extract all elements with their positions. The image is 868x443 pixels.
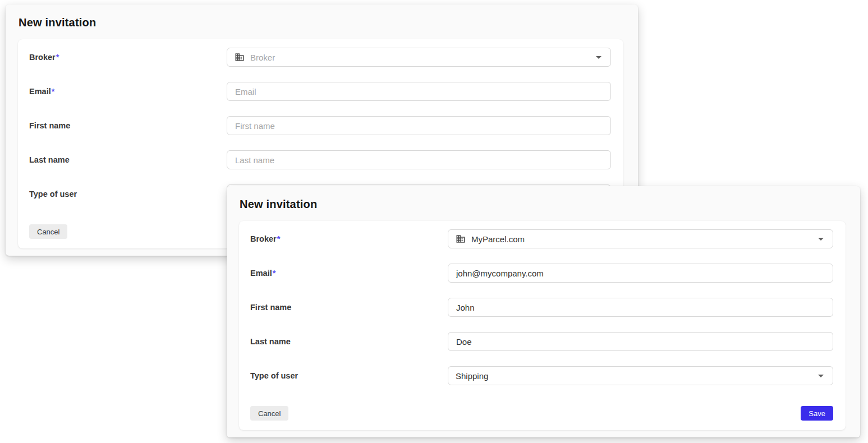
first-name-input[interactable] [227,116,611,135]
field-label: Type of user [29,190,227,199]
caret-down-icon [596,56,601,59]
field-label-text: Email [250,269,272,278]
form-row-email: Email* [250,264,833,283]
cancel-button[interactable]: Cancel [250,406,288,421]
page-background: New invitation Broker* Broker Email* [0,0,868,443]
form-row-first-name: First name [250,298,833,317]
first-name-input[interactable] [448,298,833,317]
field-label-text: Broker [29,53,56,62]
field-label: Broker* [250,234,448,243]
field-label: Type of user [250,371,448,380]
dialog-title: New invitation [240,198,317,211]
form-row-broker: Broker* MyParcel.com [250,229,833,248]
required-asterisk: * [273,269,276,278]
last-name-input[interactable] [227,150,611,169]
field-label: Last name [29,155,227,164]
broker-select-value: MyParcel.com [471,234,525,244]
field-label-text: Broker [250,234,277,243]
building-icon [235,52,245,62]
required-asterisk: * [52,87,55,96]
field-label: Last name [250,337,448,346]
form-row-last-name: Last name [29,150,611,169]
form-row-type-of-user: Type of user Shipping [250,366,833,385]
email-input[interactable] [448,264,833,283]
broker-select-placeholder: Broker [250,53,275,62]
form-row-email: Email* [29,82,611,101]
last-name-input[interactable] [448,332,833,351]
field-label-text: Last name [250,337,291,346]
field-label-text: Type of user [250,371,298,380]
form-row-first-name: First name [29,116,611,135]
dialog-title: New invitation [19,16,96,29]
save-button[interactable]: Save [801,406,833,421]
caret-down-icon [818,238,824,241]
type-of-user-select[interactable]: Shipping [448,366,833,385]
field-label: First name [29,121,227,130]
field-label: Email* [29,87,227,96]
broker-select[interactable]: Broker [227,48,611,67]
dialog-buttons: Cancel Save [250,406,833,421]
form-row-broker: Broker* Broker [29,48,611,67]
field-label-text: Last name [29,155,70,164]
type-of-user-select-value: Shipping [456,371,488,381]
broker-select[interactable]: MyParcel.com [448,229,833,248]
cancel-button[interactable]: Cancel [29,224,67,239]
building-icon [456,234,466,244]
form-row-last-name: Last name [250,332,833,351]
required-asterisk: * [277,234,281,243]
field-label: Broker* [29,53,227,62]
new-invitation-dialog-front: New invitation Broker* MyParcel.com Emai… [227,186,860,437]
email-input[interactable] [227,82,611,101]
field-label-text: Email [29,87,51,96]
caret-down-icon [818,375,824,377]
field-label: First name [250,303,448,312]
field-label-text: Type of user [29,190,77,199]
field-label-text: First name [29,121,70,130]
field-label: Email* [250,269,448,278]
form-card: Broker* MyParcel.com Email* Fir [239,221,846,430]
field-label-text: First name [250,303,291,312]
required-asterisk: * [56,53,59,62]
